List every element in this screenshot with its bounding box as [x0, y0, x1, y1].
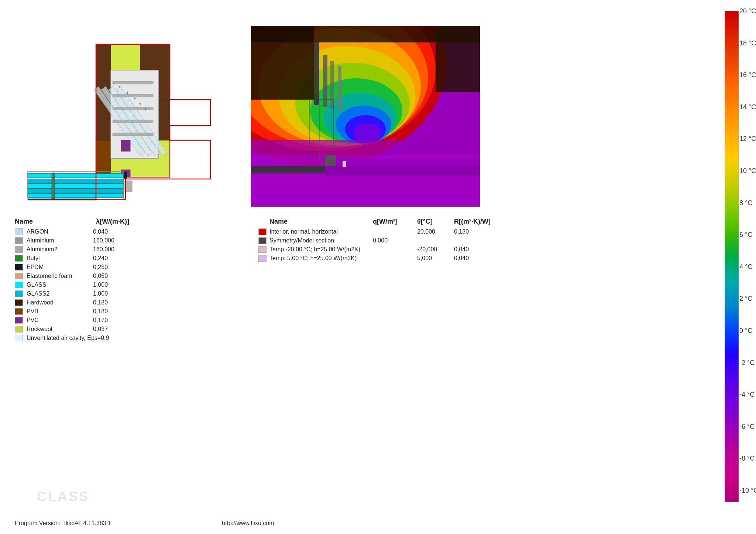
legend-right-name-symmetry: Symmetry/Model section — [269, 237, 373, 244]
legend-item-name-aluminium2: Aluminium2 — [27, 246, 93, 253]
legend-item-aluminium2: Aluminium2 160,000 — [15, 246, 244, 253]
legend-item-name-elastomeric: Elastomeric foam — [27, 273, 93, 279]
svg-rect-11 — [113, 81, 153, 84]
legend-left: Name λ[W/(m·K)] ARGON 0,040 Aluminium 16… — [15, 218, 244, 344]
legend-swatch-epdm — [15, 264, 23, 271]
legend-item-value-pvb: 0,180 — [93, 308, 108, 315]
legend-right-r-temp-cold: 0,040 — [454, 246, 520, 253]
legend-swatch-interior — [258, 228, 267, 235]
legend-item-glass: GLASS 1,000 — [15, 282, 244, 288]
legend-swatch-pvb — [15, 308, 23, 315]
left-diagram: ε ε ε ε ε — [15, 26, 251, 207]
legend-item-value-glass2: 1,000 — [93, 290, 108, 297]
legend-right-name-temp-cold: Temp.-20.00 °C; h=25.00 W/(m2K) — [269, 246, 373, 253]
svg-rect-15 — [113, 133, 153, 136]
legend-right-theta-temp-warm: 5,000 — [417, 255, 454, 262]
legend-swatch-glass2 — [15, 290, 23, 297]
footer-version: flixoAT 4.11.383.1 — [64, 520, 111, 527]
legend-right-theta-interior: 20,000 — [417, 228, 454, 235]
scale-label-12: 12 °C — [739, 135, 756, 143]
scale-label-4: 4 °C — [739, 263, 756, 271]
svg-rect-58 — [343, 161, 346, 167]
scale-label-n10: -10 °C — [739, 487, 756, 495]
legend-item-value-elastomeric: 0,050 — [93, 273, 108, 279]
scale-label-20: 20 °C — [739, 7, 756, 15]
left-diagram-svg: ε ε ε ε ε — [15, 26, 251, 207]
legend-swatch-glass — [15, 282, 23, 288]
svg-point-44 — [353, 123, 381, 142]
legend-right-header: Name q[W/m²] θ[°C] R[(m²·K)/W] — [258, 218, 517, 225]
legend-swatch-temp-warm — [258, 255, 267, 262]
legend-name-header: Name — [15, 218, 96, 225]
legend-item-value-epdm: 0,250 — [93, 264, 108, 271]
legend-right-item-symmetry: Symmetry/Model section 0,000 — [258, 237, 517, 244]
legend-lambda-header: λ[W/(m·K)] — [96, 218, 129, 225]
legend-swatch-elastomeric — [15, 273, 23, 279]
svg-rect-51 — [323, 55, 327, 107]
legend-right-r-temp-warm: 0,040 — [454, 255, 520, 262]
svg-rect-16 — [121, 140, 130, 151]
legend-item-value-pvc: 0,170 — [93, 317, 108, 324]
legend-right-name-interior: Interior, normal, horizontal — [269, 228, 373, 235]
svg-rect-26 — [52, 173, 55, 199]
legend-item-argon: ARGON 0,040 — [15, 228, 244, 235]
legend-swatch-temp-cold — [258, 246, 267, 253]
svg-rect-20 — [28, 184, 124, 188]
legend-swatch-hardwood — [15, 299, 23, 306]
scale-label-18: 18 °C — [739, 39, 756, 47]
legend-item-name-epdm: EPDM — [27, 264, 93, 271]
scale-label-n6: -6 °C — [739, 423, 756, 431]
legend-item-butyl: Butyl 0,240 — [15, 255, 244, 262]
legend-item-name-glass2: GLASS2 — [27, 290, 93, 297]
footer-url: http://www.flixo.com — [222, 520, 274, 527]
legend-right-item-temp-warm: Temp. 5.00 °C; h=25.00 W/(m2K) 5,000 0,0… — [258, 255, 517, 262]
legend-item-pvc: PVC 0,170 — [15, 317, 244, 324]
legend-swatch-rockwool — [15, 326, 23, 333]
svg-rect-14 — [113, 120, 153, 123]
svg-rect-27 — [28, 199, 96, 200]
legend-item-name-aluminium: Aluminium — [27, 237, 93, 244]
svg-rect-50 — [314, 42, 319, 105]
scale-labels: 20 °C 18 °C 16 °C 14 °C 12 °C 10 °C 8 °C… — [739, 7, 756, 495]
legend-item-name-unventilated: Unventilated air cavity, Eps=0.9 — [27, 335, 145, 341]
svg-rect-18 — [28, 173, 124, 178]
legend-swatch-aluminium — [15, 237, 23, 244]
scale-label-14: 14 °C — [739, 103, 756, 111]
scale-label-16: 16 °C — [739, 71, 756, 79]
scale-label-2: 2 °C — [739, 295, 756, 303]
legend-item-value-aluminium: 160,000 — [93, 237, 114, 244]
legend-right-theta-temp-cold: -20,000 — [417, 246, 454, 253]
legend-item-aluminium: Aluminium 160,000 — [15, 237, 244, 244]
footer-program-label: Program Version: — [15, 520, 61, 527]
legend-swatch-aluminium2 — [15, 246, 23, 253]
legend-item-name-rockwool: Rockwool — [27, 326, 93, 333]
svg-rect-22 — [28, 193, 124, 198]
legend-swatch-butyl — [15, 255, 23, 262]
legend-item-value-rockwool: 0,037 — [93, 326, 108, 333]
right-diagram — [251, 26, 480, 207]
legend-item-value-glass: 1,000 — [93, 282, 108, 288]
svg-rect-5 — [159, 100, 170, 140]
legend-right-name-temp-warm: Temp. 5.00 °C; h=25.00 W/(m2K) — [269, 255, 373, 262]
color-scale: 20 °C 18 °C 16 °C 14 °C 12 °C 10 °C 8 °C… — [725, 7, 745, 506]
scale-label-n4: -4 °C — [739, 391, 756, 399]
legend-item-value-hardwood: 0,180 — [93, 299, 108, 306]
legend-right-theta-header: θ[°C] — [417, 218, 454, 225]
main-container: ε ε ε ε ε — [0, 0, 756, 534]
legend-right-r-header: R[(m²·K)/W] — [454, 218, 520, 225]
legend-right: Name q[W/m²] θ[°C] R[(m²·K)/W] Interior,… — [258, 218, 517, 264]
legend-item-name-pvc: PVC — [27, 317, 93, 324]
legend-item-name-hardwood: Hardwood — [27, 299, 93, 306]
legend-right-q-symmetry: 0,000 — [373, 237, 417, 244]
svg-rect-49 — [436, 26, 480, 92]
legend-right-item-interior: Interior, normal, horizontal 20,000 0,13… — [258, 228, 517, 235]
legend-right-name-header: Name — [269, 218, 373, 225]
scale-label-10: 10 °C — [739, 167, 756, 175]
svg-rect-21 — [28, 189, 124, 193]
svg-rect-57 — [336, 159, 480, 166]
legend-item-value-aluminium2: 160,000 — [93, 246, 114, 253]
legend-left-header: Name λ[W/(m·K)] — [15, 218, 244, 225]
legend-item-value-argon: 0,040 — [93, 228, 108, 235]
legend-item-rockwool: Rockwool 0,037 — [15, 326, 244, 333]
legend-right-item-temp-cold: Temp.-20.00 °C; h=25.00 W/(m2K) -20,000 … — [258, 246, 517, 253]
